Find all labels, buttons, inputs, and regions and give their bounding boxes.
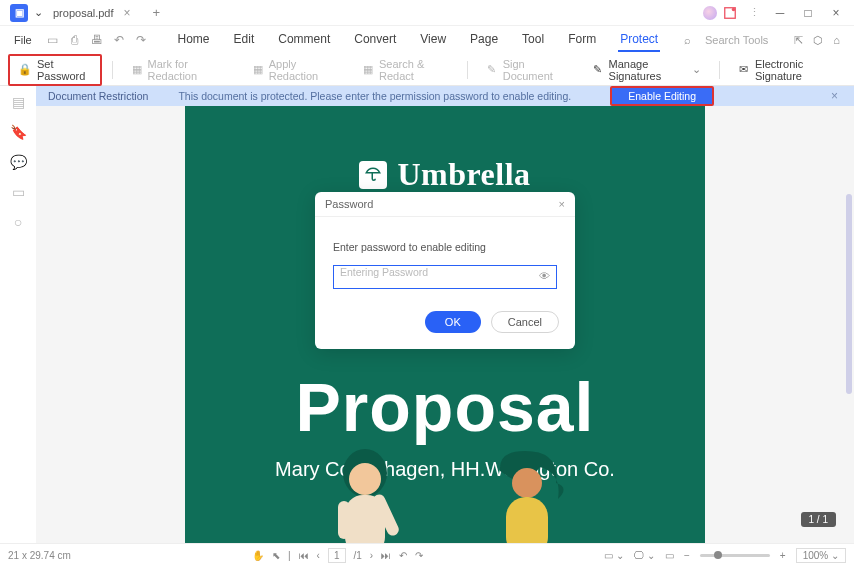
tab-page[interactable]: Page [468, 28, 500, 52]
attachments-icon[interactable]: ▭ [12, 184, 25, 200]
redo-icon[interactable]: ↷ [130, 30, 152, 50]
save-icon[interactable]: ⎙ [64, 30, 86, 50]
brand-logo: Umbrella [185, 156, 705, 193]
chevron-down-icon: ⌄ [692, 63, 701, 76]
restriction-bar: Document Restriction This document is pr… [36, 86, 854, 106]
umbrella-mark-icon [359, 161, 387, 189]
electronic-signature-button[interactable]: ✉ Electronic Signature [730, 55, 846, 85]
close-window-button[interactable]: × [822, 2, 850, 24]
read-mode-icon[interactable]: ▭ [665, 550, 674, 561]
status-bar: 21 x 29.74 cm ✋ ⬉ | ⏮ ‹ 1 /1 › ⏭ ↶ ↷ ▭ ⌄… [0, 543, 854, 567]
cloud-icon[interactable]: ⬡ [813, 34, 823, 47]
svg-point-3 [349, 463, 381, 495]
zoom-percent[interactable]: 100% ⌄ [796, 548, 846, 563]
search-panel-icon[interactable]: ○ [14, 214, 22, 230]
tab-form[interactable]: Form [566, 28, 598, 52]
share-icon[interactable]: ⇱ [794, 34, 803, 47]
titlebar: ▣ ⌄ proposal.pdf × + ⋮ ─ □ × [0, 0, 854, 26]
zoom-in-icon[interactable]: + [780, 550, 786, 561]
enable-editing-button[interactable]: Enable Editing [610, 86, 714, 106]
maximize-button[interactable]: □ [794, 2, 822, 24]
password-dialog: Password × Enter password to enable edit… [315, 192, 575, 349]
sep: | [288, 550, 291, 561]
last-page-icon[interactable]: ⏭ [381, 550, 391, 561]
open-icon[interactable]: ▭ [42, 30, 64, 50]
prev-page-icon[interactable]: ‹ [317, 550, 320, 561]
manage-signatures-button[interactable]: ✎ Manage Signatures ⌄ [584, 55, 709, 85]
display-mode-icon[interactable]: 🖵 ⌄ [634, 550, 655, 561]
document-tab-label: proposal.pdf [53, 7, 114, 19]
thumbnails-icon[interactable]: ▤ [12, 94, 25, 110]
more-icon[interactable]: ⋮ [743, 6, 766, 19]
tab-edit[interactable]: Edit [232, 28, 257, 52]
ribbon-protect: 🔒 Set Password ▦ Mark for Redaction ▦ Ap… [0, 54, 854, 86]
close-dialog-icon[interactable]: × [559, 198, 565, 210]
brand-name: Umbrella [397, 156, 530, 193]
show-password-icon[interactable]: 👁 [539, 270, 550, 282]
esign-icon: ✉ [738, 63, 750, 77]
tab-view[interactable]: View [418, 28, 448, 52]
notification-icon[interactable] [723, 6, 737, 20]
comments-icon[interactable]: 💬 [10, 154, 27, 170]
fit-page-icon[interactable]: ▭ ⌄ [604, 550, 624, 561]
add-tab-button[interactable]: + [147, 3, 167, 22]
document-title: Proposal [185, 368, 705, 446]
person-right-icon [470, 443, 580, 543]
hand-tool-icon[interactable]: ✋ [252, 550, 264, 561]
dialog-message: Enter password to enable editing [333, 241, 557, 253]
apply-redaction-button: ▦ Apply Redaction [244, 55, 344, 85]
user-avatar[interactable] [703, 6, 717, 20]
dialog-title: Password [325, 198, 373, 210]
person-left-icon [310, 443, 420, 543]
password-input-wrap: 👁 [333, 265, 557, 289]
undo-icon[interactable]: ↶ [108, 30, 130, 50]
restriction-title: Document Restriction [48, 90, 148, 102]
tab-convert[interactable]: Convert [352, 28, 398, 52]
left-sidebar: ▤ 🔖 💬 ▭ ○ [0, 86, 36, 543]
zoom-slider[interactable] [700, 554, 770, 557]
search-redact-icon: ▦ [362, 63, 374, 77]
close-tab-icon[interactable]: × [124, 6, 131, 20]
tab-home[interactable]: Home [176, 28, 212, 52]
minimize-button[interactable]: ─ [766, 2, 794, 24]
restriction-message: This document is protected. Please enter… [178, 90, 571, 102]
home-icon[interactable]: ⌂ [833, 34, 840, 46]
tab-comment[interactable]: Comment [276, 28, 332, 52]
set-password-label: Set Password [37, 58, 92, 82]
svg-point-1 [732, 7, 736, 11]
password-input[interactable] [340, 266, 532, 278]
page-total: /1 [354, 550, 362, 561]
tab-protect[interactable]: Protect [618, 28, 660, 52]
modal-overlay: Password × Enter password to enable edit… [36, 192, 854, 349]
search-tools-label[interactable]: Search Tools [705, 34, 768, 46]
print-icon[interactable]: 🖶 [86, 30, 108, 50]
zoom-out-icon[interactable]: − [684, 550, 690, 561]
svg-rect-5 [338, 501, 350, 539]
first-page-icon[interactable]: ⏮ [299, 550, 309, 561]
file-menu[interactable]: File [4, 30, 42, 50]
page-indicator: 1 / 1 [801, 512, 836, 527]
search-icon[interactable]: ⌕ [684, 34, 691, 46]
lock-icon: 🔒 [18, 63, 32, 77]
close-bar-icon[interactable]: × [831, 89, 838, 103]
bookmarks-icon[interactable]: 🔖 [10, 124, 27, 140]
cancel-button[interactable]: Cancel [491, 311, 559, 333]
search-redact-button: ▦ Search & Redact [354, 55, 457, 85]
forward-view-icon[interactable]: ↷ [415, 550, 423, 561]
ok-button[interactable]: OK [425, 311, 481, 333]
page-number-input[interactable]: 1 [328, 548, 346, 563]
signatures-icon: ✎ [592, 63, 604, 77]
back-view-icon[interactable]: ↶ [399, 550, 407, 561]
next-page-icon[interactable]: › [370, 550, 373, 561]
svg-point-7 [512, 468, 542, 498]
tab-tool[interactable]: Tool [520, 28, 546, 52]
apply-icon: ▦ [252, 63, 264, 77]
app-logo[interactable]: ▣ [10, 4, 28, 22]
page-dimensions: 21 x 29.74 cm [8, 550, 71, 561]
document-tab[interactable]: proposal.pdf × [43, 2, 141, 24]
svg-rect-8 [506, 497, 548, 543]
set-password-button[interactable]: 🔒 Set Password [8, 54, 102, 86]
chevron-down-icon[interactable]: ⌄ [34, 6, 43, 19]
sign-icon: ✎ [486, 63, 498, 77]
select-tool-icon[interactable]: ⬉ [272, 550, 280, 561]
